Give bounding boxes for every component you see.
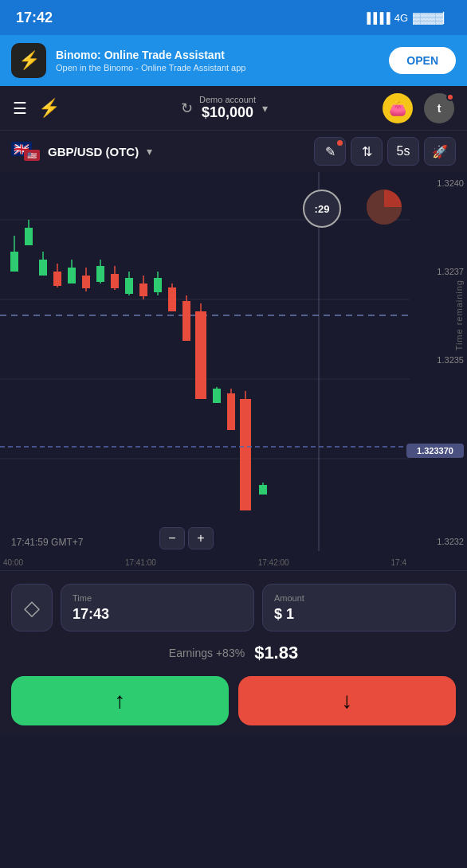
time-input-label: Time (73, 593, 242, 603)
svg-rect-34 (213, 389, 221, 403)
indicators-tool-button[interactable]: ⇅ (351, 137, 383, 166)
chart-canvas (0, 172, 410, 551)
wallet-icon: 👛 (389, 100, 406, 117)
app-logo-icon: ⚡ (11, 43, 46, 78)
rocket-tool-button[interactable]: 🚀 (424, 137, 456, 166)
account-label: Demo account (199, 95, 256, 104)
time-remaining-text: Time remaining (454, 280, 464, 350)
signal-bars-icon: ▐▐▐▐ (363, 12, 390, 24)
nav-logo-icon: ⚡ (38, 98, 60, 119)
svg-rect-30 (182, 301, 190, 341)
amount-input-value: $ 1 (274, 606, 444, 623)
svg-rect-19 (111, 274, 119, 288)
battery-icon: ▓▓▓▓▏ (413, 12, 451, 24)
status-bar: 17:42 ▐▐▐▐ 4G ▓▓▓▓▏ (0, 0, 467, 35)
avatar-label: t (438, 102, 441, 115)
svg-rect-13 (68, 268, 76, 283)
tool-dot (337, 140, 343, 146)
status-time: 17:42 (16, 10, 53, 26)
time-remaining-label: Time remaining (451, 236, 467, 395)
chart-tools: ✎ ⇅ 5s 🚀 (314, 137, 456, 166)
svg-rect-17 (96, 266, 104, 282)
down-arrow-icon: ↓ (342, 688, 353, 714)
app-subtitle: Open in the Binomo - Online Trade Assist… (56, 63, 379, 72)
network-type: 4G (394, 12, 408, 24)
status-icons: ▐▐▐▐ 4G ▓▓▓▓▏ (363, 12, 451, 24)
trading-panel: ◇ Time 17:43 Amount $ 1 Earnings +83% $1… (0, 570, 467, 735)
svg-rect-23 (139, 283, 147, 296)
earnings-row: Earnings +83% $1.83 (11, 643, 456, 663)
hamburger-menu-icon[interactable]: ☰ (13, 99, 27, 118)
price-level-1: 1.3240 (406, 178, 464, 188)
amount-input-label: Amount (274, 593, 444, 603)
svg-rect-9 (39, 260, 47, 276)
pair-dropdown-icon[interactable]: ▾ (147, 145, 152, 158)
current-price-label: 1.323370 (406, 444, 464, 458)
nav-account: ↻ Demo account $10,000 ▾ (77, 95, 371, 121)
indicators-icon: ⇅ (362, 144, 372, 159)
notification-dot (446, 93, 454, 101)
chart-header: 🇬🇧 🇺🇸 GBP/USD (OTC) ▾ ✎ ⇅ 5s 🚀 (0, 131, 467, 172)
time-label-1: 40:00 (3, 558, 23, 567)
us-flag-icon: 🇺🇸 (24, 150, 40, 161)
pair-flags: 🇬🇧 🇺🇸 (11, 142, 40, 161)
trade-up-button[interactable]: ↑ (11, 676, 229, 725)
svg-rect-36 (227, 393, 235, 430)
time-label-4: 17:4 (391, 558, 406, 567)
chart-timestamp: 17:41:59 GMT+7 (11, 537, 83, 548)
app-title: Binomo: Online Trade Assistant (56, 49, 379, 61)
svg-rect-40 (259, 485, 267, 495)
up-arrow-icon: ↑ (115, 688, 126, 714)
timer-value: :29 (315, 203, 330, 215)
time-label-2: 17:41:00 (125, 558, 156, 567)
wallet-button[interactable]: 👛 (383, 93, 413, 123)
timeframe-label: 5s (397, 144, 410, 158)
open-button[interactable]: OPEN (389, 47, 456, 74)
timeframe-button[interactable]: 5s (387, 137, 419, 166)
earnings-value: $1.83 (254, 643, 298, 663)
diamond-icon: ◇ (24, 596, 40, 620)
refresh-icon[interactable]: ↻ (181, 100, 193, 117)
svg-rect-32 (195, 311, 206, 399)
draw-icon: ✎ (325, 144, 336, 159)
svg-rect-38 (240, 399, 251, 510)
app-banner: ⚡ Binomo: Online Trade Assistant Open in… (0, 35, 467, 86)
time-label-3: 17:42:00 (258, 558, 289, 567)
time-input-field[interactable]: Time 17:43 (61, 584, 254, 631)
nav-bar: ☰ ⚡ ↻ Demo account $10,000 ▾ 👛 t (0, 86, 467, 131)
svg-rect-5 (10, 252, 18, 272)
svg-rect-21 (125, 278, 133, 294)
diamond-button[interactable]: ◇ (11, 584, 53, 631)
candlestick-chart (0, 172, 410, 551)
time-input-value: 17:43 (73, 606, 242, 623)
app-info: Binomo: Online Trade Assistant Open in t… (56, 49, 379, 72)
time-axis: 40:00 17:41:00 17:42:00 17:4 (0, 558, 410, 567)
svg-rect-7 (25, 228, 33, 245)
timer-bubble: :29 (303, 190, 341, 228)
trading-inputs: ◇ Time 17:43 Amount $ 1 (11, 584, 456, 631)
rocket-icon: 🚀 (432, 144, 448, 159)
account-dropdown-icon[interactable]: ▾ (262, 102, 268, 115)
trade-buttons: ↑ ↓ (11, 676, 456, 725)
pie-timer-icon (363, 186, 405, 228)
price-level-5: 1.3232 (406, 537, 464, 546)
user-avatar[interactable]: t (424, 93, 454, 123)
svg-rect-28 (168, 287, 176, 311)
trade-down-button[interactable]: ↓ (238, 676, 456, 725)
chart-zoom-controls: − + (159, 527, 214, 549)
svg-rect-25 (154, 278, 162, 292)
pair-name: GBP/USD (OTC) (48, 145, 139, 158)
nav-account-info: Demo account $10,000 (199, 95, 256, 121)
draw-tool-button[interactable]: ✎ (314, 137, 346, 166)
account-value: $10,000 (199, 104, 256, 121)
zoom-in-button[interactable]: + (188, 527, 214, 549)
svg-rect-15 (82, 276, 90, 288)
zoom-out-button[interactable]: − (159, 527, 185, 549)
chart-area: :29 Time remaining 1.3240 1.3237 1.3235 … (0, 172, 467, 570)
earnings-label: Earnings +83% (169, 647, 245, 659)
svg-rect-11 (53, 272, 61, 286)
amount-input-field[interactable]: Amount $ 1 (262, 584, 456, 631)
